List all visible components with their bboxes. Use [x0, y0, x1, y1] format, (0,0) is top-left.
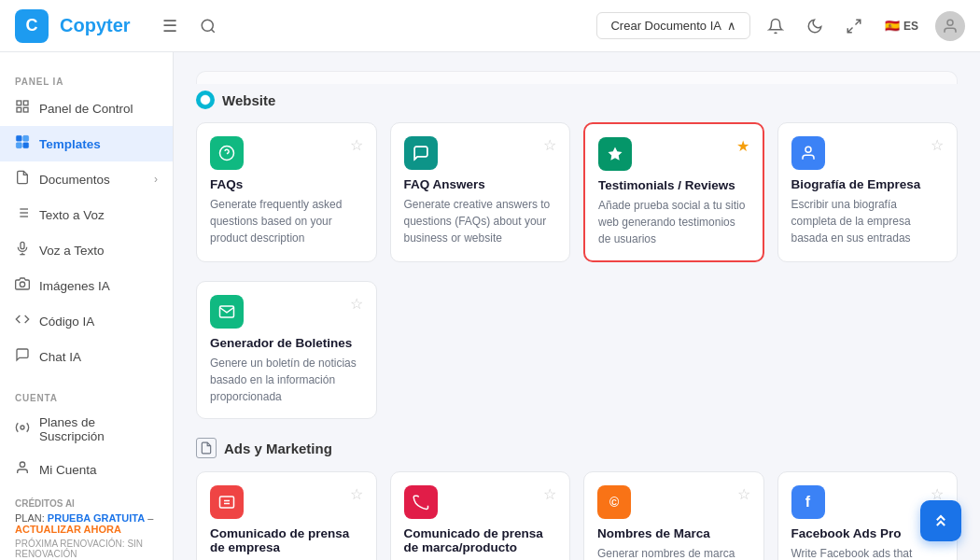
- card-boletines[interactable]: ☆ Generador de Boletines Genere un bolet…: [196, 281, 377, 419]
- card-testimonials-header: ★: [598, 137, 749, 171]
- sidebar-item-planes-label: Planes de Suscripción: [39, 415, 158, 443]
- scroll-top-button[interactable]: [920, 500, 961, 541]
- svg-rect-19: [21, 242, 24, 248]
- facebook-ads-desc: Write Facebook ads that engage your audi…: [791, 545, 945, 560]
- language-selector[interactable]: 🇪🇸 ES: [879, 13, 924, 38]
- ai-icon: [15, 134, 30, 153]
- card-comunicado-marca-header: ☆: [404, 485, 557, 519]
- comunicado-marca-star-icon[interactable]: ☆: [543, 485, 556, 503]
- svg-point-30: [805, 147, 811, 152]
- svg-rect-6: [23, 101, 28, 105]
- nombres-marca-desc: Generar nombres de marca únicos con la a…: [597, 545, 750, 560]
- svg-rect-7: [17, 107, 21, 112]
- biografia-desc: Escribir una biografía completa de la em…: [791, 196, 945, 246]
- chevron-right-icon: ›: [154, 173, 158, 186]
- mic-icon: [15, 205, 30, 224]
- sidebar-item-documentos[interactable]: Documentos ›: [0, 161, 173, 197]
- svg-point-0: [202, 20, 213, 31]
- sidebar-item-panel-control[interactable]: Panel de Control: [0, 91, 173, 126]
- chat-icon: [15, 347, 30, 366]
- faq-answers-title: FAQ Answers: [404, 177, 557, 191]
- boletines-title: Generador de Boletines: [210, 336, 363, 350]
- website-label: Website: [222, 92, 275, 108]
- sidebar-item-voz-texto[interactable]: Voz a Texto: [0, 232, 173, 268]
- faqs-title: FAQs: [210, 177, 363, 191]
- ads-section-label: Ads y Marketing: [224, 441, 332, 456]
- nombres-marca-star-icon[interactable]: ☆: [737, 485, 750, 503]
- renew-text: PRÓXIMA RENOVACIÓN: SIN RENOVACIÓN: [15, 539, 158, 559]
- nombres-marca-title: Nombres de Marca: [597, 526, 750, 540]
- sidebar-item-templates[interactable]: Templates: [0, 126, 173, 161]
- bell-icon[interactable]: [762, 12, 790, 40]
- comunicado-empresa-icon: [210, 485, 244, 519]
- credits-section: CRÉDITOS AI PLAN: PRUEBA GRATUITA – ACTU…: [0, 487, 173, 560]
- card-testimonials[interactable]: ★ Testimonials / Reviews Añade prueba so…: [583, 122, 764, 262]
- website-dot-icon: [196, 91, 215, 109]
- sidebar-item-mi-cuenta[interactable]: Mi Cuenta: [0, 452, 173, 487]
- faq-answers-desc: Generate creative answers to questions (…: [404, 196, 557, 246]
- boletines-star-icon[interactable]: ☆: [350, 295, 363, 313]
- ads-doc-icon: [196, 438, 217, 458]
- top-partial-card: [196, 71, 958, 84]
- card-faq-answers[interactable]: ☆ FAQ Answers Generate creative answers …: [390, 122, 571, 262]
- sidebar-item-codigo[interactable]: Código IA: [0, 303, 173, 339]
- logo-text: Copyter: [60, 15, 131, 36]
- sidebar-item-planes[interactable]: Planes de Suscripción: [0, 407, 173, 452]
- svg-point-4: [947, 20, 953, 25]
- plan-text: PLAN: PRUEBA GRATUITA – ACTUALIZAR AHORA: [15, 512, 158, 535]
- svg-rect-5: [17, 101, 21, 105]
- svg-rect-8: [23, 107, 28, 112]
- boletines-desc: Genere un boletín de noticias basado en …: [210, 355, 363, 405]
- card-nombres-marca[interactable]: © ☆ Nombres de Marca Generar nombres de …: [583, 471, 764, 560]
- grid-icon: [15, 99, 30, 118]
- ads-cards-grid: ☆ Comunicado de prensa de empresa Redact…: [196, 471, 958, 560]
- plan-free-link[interactable]: PRUEBA GRATUITA: [48, 512, 145, 524]
- card-faq-answers-header: ☆: [404, 136, 557, 170]
- cuenta-label: CUENTA: [0, 384, 173, 407]
- camera-icon: [15, 276, 30, 295]
- card-comunicado-marca[interactable]: ☆ Comunicado de prensa de marca/producto…: [390, 471, 571, 560]
- svg-point-22: [20, 282, 24, 287]
- faq-answers-star-icon[interactable]: ☆: [543, 136, 556, 154]
- settings-icon: [15, 420, 30, 439]
- comunicado-empresa-star-icon[interactable]: ☆: [350, 485, 363, 503]
- svg-rect-12: [23, 143, 29, 148]
- faq-answers-icon: [404, 136, 438, 170]
- sidebar-item-imagenes[interactable]: Imágenes IA: [0, 268, 173, 303]
- testimonials-title: Testimonials / Reviews: [598, 178, 749, 192]
- create-document-button[interactable]: Crear Documento IA ∧: [596, 12, 750, 39]
- faqs-star-icon[interactable]: ☆: [350, 136, 363, 154]
- voice-icon: [15, 241, 30, 259]
- fullscreen-icon[interactable]: [840, 12, 868, 40]
- creditos-label: CRÉDITOS AI: [15, 498, 158, 509]
- main-content: Website ☆ FAQs: [174, 52, 980, 560]
- sidebar: PANEL IA Panel de Control Templates: [0, 52, 174, 560]
- app-header: C Copyter ☰ Crear Documento IA ∧ 🇪🇸 ES: [0, 0, 980, 52]
- upgrade-link[interactable]: ACTUALIZAR AHORA: [15, 524, 121, 535]
- biografia-star-icon[interactable]: ☆: [931, 136, 944, 154]
- card-biografia[interactable]: ☆ Biografía de Empresa Escribir una biog…: [777, 122, 959, 262]
- sidebar-item-texto-voz[interactable]: Texto a Voz: [0, 197, 173, 232]
- sidebar-item-voz-texto-label: Voz a Texto: [39, 244, 105, 258]
- boletines-icon: [210, 295, 244, 329]
- sidebar-item-texto-voz-label: Texto a Voz: [39, 208, 105, 222]
- hamburger-menu-icon[interactable]: ☰: [157, 10, 183, 42]
- testimonials-icon: [598, 137, 632, 171]
- sidebar-item-chat[interactable]: Chat IA: [0, 339, 173, 374]
- website-cards-grid: ☆ FAQs Generate frequently asked questio…: [196, 122, 958, 262]
- card-boletines-header: ☆: [210, 295, 363, 329]
- card-faqs[interactable]: ☆ FAQs Generate frequently asked questio…: [196, 122, 377, 262]
- card-comunicado-empresa[interactable]: ☆ Comunicado de prensa de empresa Redact…: [196, 471, 377, 560]
- nombres-marca-icon: ©: [597, 485, 631, 519]
- biografia-title: Biografía de Empresa: [791, 177, 945, 191]
- faqs-desc: Generate frequently asked questions base…: [210, 196, 363, 246]
- card-nombres-marca-header: © ☆: [597, 485, 750, 519]
- testimonials-star-icon[interactable]: ★: [736, 137, 749, 155]
- user-avatar[interactable]: [935, 11, 965, 41]
- sidebar-item-imagenes-label: Imágenes IA: [39, 279, 110, 293]
- logo-icon: C: [15, 9, 49, 43]
- svg-line-1: [211, 29, 214, 32]
- search-icon[interactable]: [194, 12, 222, 40]
- sidebar-item-mi-cuenta-label: Mi Cuenta: [39, 463, 97, 477]
- moon-icon[interactable]: [801, 12, 829, 40]
